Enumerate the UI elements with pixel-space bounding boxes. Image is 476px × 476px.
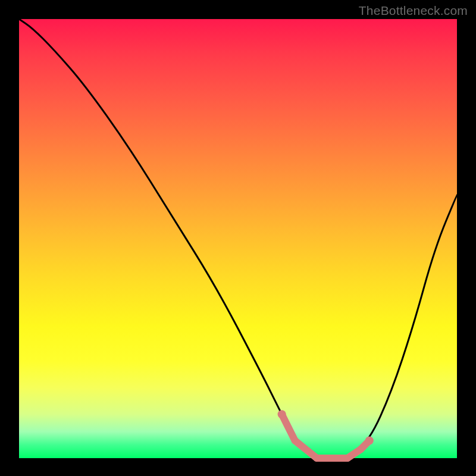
chart-svg [19,19,457,458]
chart-frame: TheBottleneck.com [0,0,476,476]
highlight-line [282,414,295,440]
watermark-text: TheBottleneck.com [359,4,468,18]
chart-plot-area [19,19,457,458]
highlight-line [295,440,317,458]
highlight-endpoint [278,410,286,418]
bottleneck-curve [19,19,457,458]
highlight-segment [278,410,374,458]
highlight-endpoint [365,436,374,444]
